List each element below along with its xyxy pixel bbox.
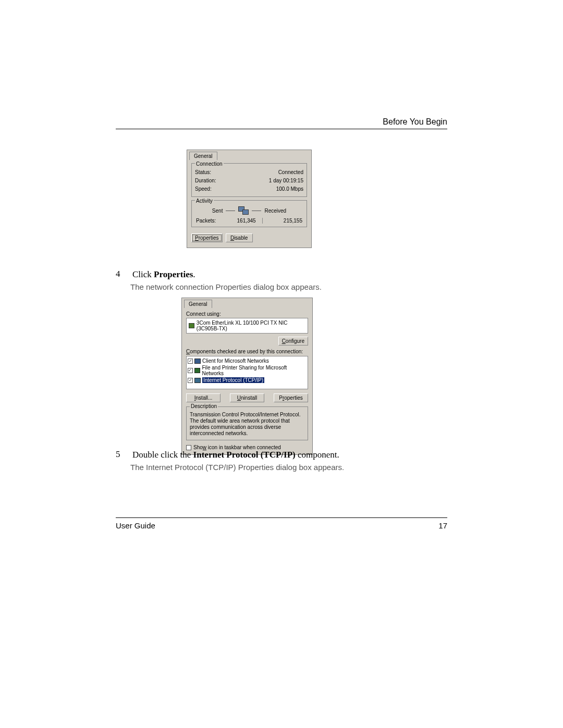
properties-button[interactable]: Properties [191,233,223,242]
list-item[interactable]: ✓ Internet Protocol (TCP/IP) [188,377,307,384]
running-header: Before You Begin [383,117,447,127]
nic-icon [189,323,194,328]
description-text: Transmission Control Protocol/Internet P… [190,412,304,437]
checkbox-icon[interactable]: ✓ [188,359,193,364]
footer-left: User Guide [116,521,155,530]
packets-sent-value: 161,345 [237,218,263,224]
sent-line-icon [226,211,235,211]
footer-rule [116,517,447,518]
checkbox-icon[interactable]: ✓ [188,368,193,373]
fileshare-icon [194,368,201,373]
client-icon [194,359,201,364]
duration-value: 1 day 00:19:15 [269,177,303,185]
page-number: 17 [438,521,447,530]
status-label: Status: [195,168,211,177]
list-item[interactable]: ✓ Client for Microsoft Networks [188,357,307,364]
nic-field: 3Com EtherLink XL 10/100 PCI TX NIC (3C9… [186,318,308,334]
description-legend: Description [190,403,218,409]
step-4-text: Click Properties. [132,269,195,279]
step-4: 4 Click Properties. The network connecti… [116,269,447,291]
uninstall-button[interactable]: Uninstall [230,393,264,402]
connection-status-dialog: General Connection Status: Connected Dur… [187,150,312,248]
connect-using-label: Connect using: [182,308,312,318]
step-5: 5 Double click the Internet Protocol (TC… [116,449,447,472]
computers-icon [238,206,249,215]
fileshare-label: File and Printer Sharing for Microsoft N… [202,365,307,376]
recv-line-icon [252,211,261,211]
step-5-number: 5 [116,449,130,460]
tab-row: General [187,150,311,160]
list-item[interactable]: ✓ File and Printer Sharing for Microsoft… [188,364,307,377]
duration-label: Duration: [195,177,216,185]
activity-legend: Activity [195,198,214,204]
tcpip-label: Internet Protocol (TCP/IP) [202,377,264,383]
step-4-number: 4 [116,269,130,279]
tab-row-2: General [182,298,312,308]
properties-button-label: roperties [199,235,219,241]
header-rule [116,129,447,129]
disable-button[interactable]: Disable [226,233,253,242]
tcpip-icon [194,378,201,383]
page-footer: User Guide 17 [116,517,447,530]
disable-button-label: isable [234,235,248,241]
description-fieldset: Description Transmission Control Protoco… [186,406,308,440]
activity-fieldset: Activity Sent Received Packets: 161,345 … [191,200,307,227]
connection-legend: Connection [195,161,224,167]
nic-name: 3Com EtherLink XL 10/100 PCI TX NIC (3C9… [197,320,305,331]
components-list[interactable]: ✓ Client for Microsoft Networks ✓ File a… [186,356,308,389]
packets-label: Packets: [196,218,216,224]
configure-button[interactable]: Configure [278,337,308,346]
step-5-text: Double click the Internet Protocol (TCP/… [132,450,339,460]
step-5-desc: The Internet Protocol (TCP/IP) Propertie… [130,463,447,472]
speed-label: Speed: [195,185,212,193]
sent-label: Sent [212,208,223,214]
status-value: Connected [278,168,303,177]
connection-fieldset: Connection Status: Connected Duration: 1… [191,163,307,197]
tab-general-2[interactable]: General [184,300,212,308]
properties-button-2[interactable]: Properties [274,393,308,402]
step-4-desc: The network connection Properties dialog… [130,282,447,291]
packets-received-value: 215,155 [284,218,302,224]
received-label: Received [264,208,286,214]
connection-properties-dialog: General Connect using: 3Com EtherLink XL… [181,298,313,455]
tab-general[interactable]: General [189,152,217,160]
components-label: Components checked are used by this conn… [182,347,312,356]
client-label: Client for Microsoft Networks [202,358,269,364]
checkbox-icon[interactable]: ✓ [188,378,193,383]
speed-value: 100.0 Mbps [276,185,303,193]
install-button[interactable]: Install... [186,393,221,402]
